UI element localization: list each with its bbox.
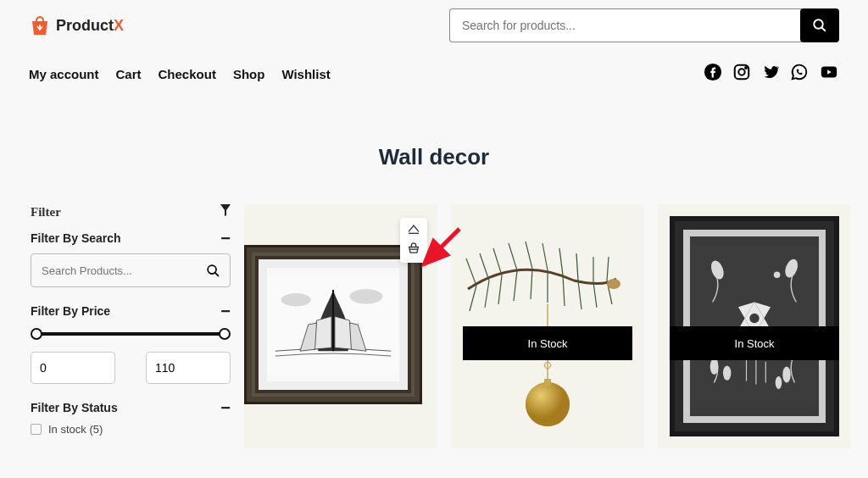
svg-point-41	[749, 314, 759, 323]
whatsapp-icon[interactable]	[790, 63, 809, 85]
nav-wishlist[interactable]: Wishlist	[281, 67, 330, 81]
svg-line-18	[485, 281, 489, 308]
price-min-input[interactable]	[31, 352, 115, 384]
svg-point-38	[526, 382, 570, 426]
filter-icon[interactable]	[220, 204, 231, 220]
filter-search-input[interactable]	[31, 254, 196, 286]
collapse-status-icon[interactable]: −	[220, 403, 231, 412]
svg-line-33	[607, 257, 609, 281]
svg-line-15	[466, 258, 476, 286]
nav-checkout[interactable]: Checkout	[159, 67, 216, 81]
svg-line-27	[559, 248, 563, 275]
svg-line-30	[578, 281, 581, 309]
compare-icon[interactable]	[407, 223, 420, 237]
logo-bag-icon	[29, 14, 51, 36]
nav-my-account[interactable]: My account	[29, 67, 99, 81]
filter-by-search-section: Filter By Search −	[31, 231, 231, 287]
filter-by-search-label: Filter By Search	[31, 231, 121, 245]
svg-line-21	[509, 243, 517, 270]
collapse-search-icon[interactable]: −	[220, 234, 231, 242]
svg-rect-39	[544, 379, 551, 386]
slider-thumb-min[interactable]	[31, 328, 42, 340]
status-option-in-stock[interactable]: In stock (5)	[31, 423, 231, 436]
product-grid: In Stock	[244, 204, 851, 448]
svg-point-5	[745, 67, 747, 69]
youtube-icon[interactable]	[819, 63, 839, 85]
cart-icon[interactable]	[407, 242, 420, 258]
price-slider[interactable]	[31, 328, 231, 340]
svg-line-22	[514, 270, 517, 301]
filter-sidebar: Filter Filter By Search − Filter By Pric…	[31, 204, 231, 448]
svg-point-48	[774, 271, 781, 278]
slider-track	[36, 332, 225, 336]
svg-line-32	[593, 282, 597, 308]
main-nav: My account Cart Checkout Shop Wishlist	[29, 67, 331, 81]
search-input[interactable]	[449, 8, 802, 42]
svg-line-28	[563, 275, 565, 306]
brand-logo[interactable]: ProductX	[29, 14, 124, 36]
stock-badge: In Stock	[670, 326, 839, 360]
product-hover-actions	[400, 218, 427, 263]
nav-shop[interactable]: Shop	[233, 67, 265, 81]
logo-text: ProductX	[56, 17, 124, 35]
svg-point-35	[607, 279, 620, 289]
social-links	[704, 63, 839, 85]
svg-point-45	[723, 366, 732, 381]
filter-by-price-section: Filter By Price −	[31, 304, 231, 384]
instagram-icon[interactable]	[732, 63, 751, 85]
product-card[interactable]: In Stock	[451, 204, 644, 448]
svg-line-23	[526, 242, 532, 269]
svg-point-12	[350, 289, 383, 304]
svg-line-24	[531, 269, 532, 299]
svg-point-11	[281, 293, 311, 307]
svg-line-25	[542, 243, 548, 270]
filter-by-price-label: Filter By Price	[31, 304, 110, 318]
svg-line-16	[470, 286, 476, 311]
facebook-icon[interactable]	[704, 63, 722, 85]
collapse-price-icon[interactable]: −	[220, 307, 231, 315]
search-icon	[812, 18, 827, 33]
filter-by-status-section: Filter By Status − In stock (5)	[31, 401, 231, 436]
filter-search-button[interactable]	[196, 254, 230, 286]
svg-point-0	[814, 19, 823, 29]
svg-line-29	[576, 253, 578, 281]
slider-thumb-max[interactable]	[219, 328, 231, 340]
svg-point-46	[782, 367, 791, 383]
svg-point-4	[738, 69, 744, 75]
header-search	[449, 8, 839, 42]
product-card[interactable]: In Stock	[658, 204, 851, 448]
svg-line-20	[498, 275, 502, 304]
search-icon	[206, 264, 220, 278]
checkbox-icon[interactable]	[31, 424, 42, 435]
status-option-label: In stock (5)	[48, 423, 103, 436]
svg-point-7	[208, 265, 216, 274]
svg-point-44	[710, 358, 719, 375]
search-button[interactable]	[800, 8, 839, 42]
svg-point-47	[776, 376, 782, 389]
product-card[interactable]	[244, 204, 437, 448]
nav-cart[interactable]: Cart	[116, 67, 142, 81]
filter-by-status-label: Filter By Status	[31, 401, 118, 414]
svg-line-19	[493, 248, 502, 275]
price-max-input[interactable]	[146, 352, 231, 384]
twitter-icon[interactable]	[761, 63, 780, 85]
stock-badge: In Stock	[463, 326, 632, 360]
page-title: Wall decor	[0, 144, 868, 170]
svg-line-8	[214, 272, 218, 275]
svg-line-17	[480, 253, 489, 281]
svg-line-1	[821, 27, 826, 31]
filter-heading: Filter	[31, 205, 61, 220]
